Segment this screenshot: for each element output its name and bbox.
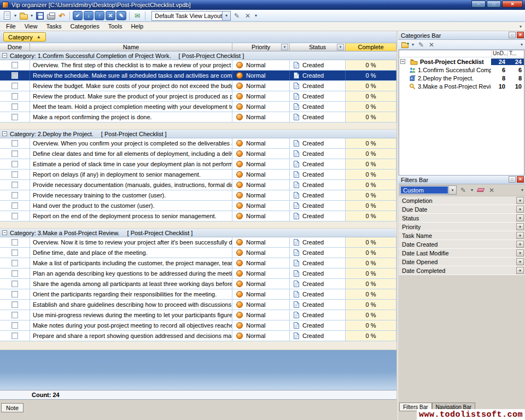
task-row[interactable]: Review the product. Make sure the produc… [0, 91, 396, 102]
collapse-expander-icon[interactable]: − [2, 230, 7, 235]
filter-dropdown-button[interactable]: ▾ [516, 258, 524, 265]
filter-row[interactable]: Priority▾ [399, 223, 524, 231]
filter-row[interactable]: Date Last Modifie▾ [399, 249, 524, 258]
menu-categories[interactable]: Categories [66, 22, 104, 31]
edit-layout-button[interactable]: ✎ [232, 11, 242, 21]
column-header-status[interactable]: Status ▾ [290, 43, 346, 51]
done-checkbox[interactable] [11, 312, 18, 318]
done-checkbox[interactable] [11, 192, 18, 199]
task-row[interactable]: Review the schedule. Make sure all sched… [0, 71, 396, 81]
priority-filter-button[interactable]: ▾ [281, 44, 288, 50]
category-tree-item[interactable]: −Post-Project Checklist2424 [399, 57, 524, 66]
task-row[interactable]: Meet the team. Hold a project completion… [0, 102, 396, 112]
filter-dropdown-button[interactable]: ▾ [516, 214, 524, 221]
filter-dropdown-button[interactable]: ▾ [516, 223, 524, 230]
column-header-priority[interactable]: Priority ▾ [232, 43, 290, 51]
done-checkbox[interactable] [11, 281, 18, 287]
done-checkbox[interactable] [11, 83, 18, 89]
filter-row[interactable]: Status▾ [399, 214, 524, 223]
done-checkbox[interactable] [11, 270, 18, 277]
new-task-dropdown-icon[interactable]: ▾ [13, 13, 18, 18]
filter-row[interactable]: Task Name▾ [399, 231, 524, 240]
categories-toolbar-overflow-chevron[interactable]: ▾ [521, 42, 523, 47]
task-row[interactable]: Review the budget. Make sure costs of yo… [0, 81, 396, 91]
edit-task-button[interactable]: ✎ [116, 11, 126, 20]
move-task-up-button[interactable]: ↑ [95, 11, 104, 20]
clear-filter-button[interactable] [476, 186, 485, 194]
save-button[interactable] [35, 11, 45, 21]
column-header-name[interactable]: Name [30, 43, 232, 51]
send-email-button[interactable]: ✉ [132, 11, 142, 21]
menu-help[interactable]: Help [126, 22, 148, 31]
category-tree-item[interactable]: 2.Deploy the Project.88 [399, 74, 524, 82]
done-checkbox[interactable] [11, 249, 18, 256]
done-checkbox[interactable] [11, 93, 18, 100]
task-row[interactable]: Establish and share guidelines describin… [0, 300, 396, 310]
delete-filter-button[interactable]: ✕ [487, 186, 496, 194]
delete-layout-button[interactable]: ✕ [243, 11, 253, 21]
filter-row[interactable]: Completion▾ [399, 196, 524, 205]
toolbar-overflow-chevron[interactable]: ▾ [254, 13, 258, 18]
filter-dropdown-button[interactable]: ▾ [516, 241, 524, 248]
task-row[interactable]: Make a report confirming the project is … [0, 112, 396, 122]
layout-combo-dropdown[interactable]: ▾ [222, 11, 230, 20]
category-tree-item[interactable]: 3.Make a Post-Project Review.1010 [399, 82, 524, 90]
done-checkbox[interactable] [11, 332, 18, 339]
move-task-down-button[interactable]: ↓ [84, 11, 94, 20]
done-checkbox[interactable] [11, 140, 18, 147]
filter-row[interactable]: Date Created▾ [399, 240, 524, 249]
done-checkbox[interactable] [11, 202, 18, 209]
filter-dropdown-button[interactable]: ▾ [516, 197, 524, 204]
note-tab[interactable]: Note [1, 403, 24, 412]
menu-tasks[interactable]: Tasks [42, 22, 66, 31]
task-row[interactable]: Use mini-progress reviews during the mee… [0, 310, 396, 320]
column-header-done[interactable]: Done [0, 43, 30, 51]
task-row[interactable]: Report on delays (if any) in deployment … [0, 170, 396, 180]
task-row[interactable]: Hand over the product to the customer (u… [0, 201, 396, 211]
done-checkbox[interactable] [11, 182, 18, 188]
filter-menu-dropdown-icon[interactable]: ▾ [470, 188, 474, 192]
task-row[interactable]: Overview. When you confirm your project … [0, 138, 396, 149]
menu-view[interactable]: View [20, 22, 42, 31]
delete-category-button[interactable]: ✕ [427, 40, 436, 49]
done-checkbox[interactable] [11, 161, 18, 167]
task-row[interactable]: Make a list of participants including th… [0, 258, 396, 269]
filter-dropdown-button[interactable]: ▾ [516, 232, 524, 239]
group-header[interactable]: −Category: 1.Confirm Successful Completi… [0, 51, 396, 60]
task-row[interactable]: Plan an agenda describing key questions … [0, 269, 396, 279]
filter-preset-combo[interactable]: Custom ▾ [400, 185, 457, 195]
filter-row[interactable]: Date Completed▾ [399, 266, 524, 275]
edit-category-button[interactable]: ✎ [417, 40, 425, 49]
done-checkbox[interactable] [11, 62, 18, 68]
task-row[interactable]: Estimate a period of slack time in case … [0, 159, 396, 170]
task-row[interactable]: Overview. The first step of this checkli… [0, 60, 396, 71]
undo-button[interactable]: ↶ [57, 11, 67, 21]
done-checkbox[interactable] [11, 103, 18, 110]
complete-task-button[interactable]: ✔ [73, 11, 83, 20]
task-row[interactable]: Overview. Now it is time to review your … [0, 237, 396, 248]
new-task-button[interactable] [2, 11, 12, 21]
collapse-expander-icon[interactable]: − [400, 59, 405, 64]
task-row[interactable]: Define time, date and place of the meeti… [0, 248, 396, 258]
done-checkbox[interactable] [11, 72, 18, 79]
filter-dropdown-button[interactable]: ▾ [516, 206, 524, 213]
filter-row[interactable]: Date Opened▾ [399, 258, 524, 266]
column-header-complete[interactable]: Complete [346, 43, 396, 51]
maximize-button[interactable]: □ [487, 1, 501, 8]
task-row[interactable]: Prepare and share a report showing quest… [0, 331, 396, 341]
categories-pin-button[interactable]: □ [509, 32, 516, 38]
task-row[interactable]: Provide necessary documentation (manuals… [0, 180, 396, 190]
close-button[interactable]: ✕ [502, 1, 523, 8]
menubar-overflow-chevron[interactable]: ▾ [520, 24, 522, 29]
filter-dropdown-button[interactable]: ▾ [516, 249, 524, 256]
new-category-button[interactable]: + [400, 40, 409, 49]
task-row[interactable]: Provide necessary training to the custom… [0, 190, 396, 201]
task-row[interactable]: Make notes during your post-project meet… [0, 320, 396, 331]
done-checkbox[interactable] [11, 291, 18, 298]
done-checkbox[interactable] [11, 260, 18, 266]
filter-preset-dropdown[interactable]: ▾ [448, 186, 456, 194]
print-button[interactable] [46, 11, 56, 21]
group-by-category-chip[interactable]: Category ▲ [3, 32, 46, 42]
new-category-dropdown-icon[interactable]: ▾ [411, 42, 415, 47]
done-checkbox[interactable] [11, 114, 18, 120]
